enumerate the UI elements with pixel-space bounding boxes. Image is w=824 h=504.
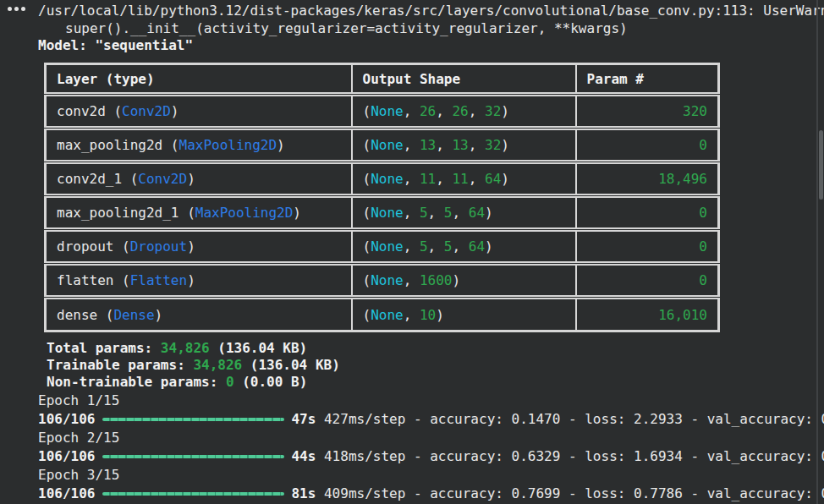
output-shape-cell: (None, 1600) — [352, 264, 576, 298]
batch-dim: None — [371, 238, 404, 255]
param-count-cell: 0 — [576, 264, 719, 298]
output-shape-cell: (None, 26, 26, 32) — [352, 95, 576, 129]
shape-dim: 10 — [420, 307, 436, 323]
layer-name: dense — [57, 307, 97, 323]
total-label: Total params: — [47, 340, 161, 356]
table-row: dropout (Dropout)(None, 5, 5, 64)0 — [46, 230, 719, 264]
total-value: 0 — [226, 374, 234, 390]
total-value: 34,826 — [193, 357, 242, 373]
notebook-output-area: /usr/local/lib/python3.12/dist-packages/… — [0, 0, 824, 504]
table-row: max_pooling2d_1 (MaxPooling2D)(None, 5, … — [46, 196, 719, 230]
epoch-time: 44s — [291, 447, 316, 466]
epoch-label: Epoch 2/15 — [38, 429, 824, 447]
shape-dim: 64 — [469, 205, 485, 221]
epoch-progress-line: 106/10681s 409ms/step - accuracy: 0.7699… — [38, 485, 824, 503]
layer-cell: conv2d_1 (Conv2D) — [46, 162, 352, 196]
col-header-output-shape: Output Shape — [352, 64, 576, 95]
shape-dim: 32 — [485, 137, 501, 153]
layer-cell: conv2d (Conv2D) — [46, 95, 352, 129]
model-summary-table: Layer (type) Output Shape Param # conv2d… — [44, 63, 720, 332]
batch-dim: None — [371, 307, 404, 323]
layer-name: max_pooling2d — [57, 137, 162, 153]
epoch-time: 81s — [291, 485, 316, 503]
param-count-cell: 0 — [576, 196, 719, 230]
epoch-progress-line: 106/10647s 427ms/step - accuracy: 0.1470… — [38, 410, 824, 429]
total-label: Trainable params: — [47, 357, 193, 373]
layer-class: MaxPooling2D — [195, 205, 294, 221]
output-shape-cell: (None, 10) — [352, 298, 576, 331]
epoch-metrics: 409ms/step - accuracy: 0.7699 - loss: 0.… — [316, 485, 824, 503]
layer-cell: max_pooling2d (MaxPooling2D) — [46, 129, 352, 162]
scrollbar-thumb[interactable] — [819, 130, 823, 200]
layer-name: dropout — [57, 238, 113, 255]
batch-dim: None — [371, 205, 404, 221]
params-totals: Total params: 34,826 (136.04 KB)Trainabl… — [47, 340, 340, 391]
param-count-cell: 18,496 — [576, 162, 719, 196]
layer-class: Conv2D — [138, 171, 187, 187]
params-total-line: Trainable params: 34,826 (136.04 KB) — [47, 357, 340, 374]
step-counter: 106/106 — [38, 447, 95, 466]
layer-cell: flatten (Flatten) — [46, 264, 352, 298]
table-row: conv2d_1 (Conv2D)(None, 11, 11, 64)18,49… — [46, 162, 719, 196]
shape-dim: 1600 — [420, 272, 453, 288]
layer-name: max_pooling2d_1 — [57, 205, 179, 221]
layer-cell: dense (Dense) — [46, 298, 352, 331]
total-label: Non-trainable params: — [47, 374, 226, 390]
total-size: (136.04 KB) — [210, 340, 308, 356]
progress-bar — [102, 492, 284, 496]
layer-class: Flatten — [130, 272, 187, 288]
shape-dim: 26 — [452, 103, 468, 119]
training-log: Epoch 1/15106/10647s 427ms/step - accura… — [38, 392, 824, 503]
total-value: 34,826 — [161, 340, 210, 356]
shape-dim: 64 — [469, 238, 485, 255]
progress-bar — [102, 455, 284, 458]
layer-name: flatten — [57, 272, 113, 288]
layer-cell: max_pooling2d_1 (MaxPooling2D) — [46, 196, 352, 230]
shape-dim: 13 — [420, 137, 436, 153]
epoch-time: 47s — [291, 410, 316, 429]
epoch-metrics: 418ms/step - accuracy: 0.6329 - loss: 1.… — [316, 447, 824, 466]
col-header-param-count: Param # — [576, 64, 719, 95]
layer-name: conv2d_1 — [57, 171, 122, 187]
output-shape-cell: (None, 5, 5, 64) — [352, 230, 576, 264]
output-shape-cell: (None, 13, 13, 32) — [352, 129, 576, 162]
epoch-label: Epoch 3/15 — [38, 466, 824, 485]
output-options-ellipsis-icon[interactable] — [8, 7, 25, 11]
warning-code-line: super().__init__(activity_regularizer=ac… — [65, 20, 628, 36]
epoch-metrics: 427ms/step - accuracy: 0.1470 - loss: 2.… — [316, 410, 824, 429]
table-row: dense (Dense)(None, 10)16,010 — [46, 298, 719, 331]
layer-class: Conv2D — [122, 103, 171, 119]
batch-dim: None — [371, 171, 404, 187]
param-count-cell: 0 — [576, 230, 719, 264]
step-counter: 106/106 — [38, 410, 95, 429]
ellipsis-dot — [14, 7, 19, 11]
param-count-cell: 16,010 — [576, 298, 719, 331]
shape-dim: 26 — [420, 103, 436, 119]
table-row: max_pooling2d (MaxPooling2D)(None, 13, 1… — [46, 129, 719, 162]
epoch-progress-line: 106/10644s 418ms/step - accuracy: 0.6329… — [38, 447, 824, 466]
step-counter: 106/106 — [38, 485, 95, 503]
layer-class: MaxPooling2D — [179, 137, 277, 153]
table-row: conv2d (Conv2D)(None, 26, 26, 32)320 — [46, 95, 719, 129]
total-size: (136.04 KB) — [242, 357, 340, 373]
ellipsis-dot — [8, 7, 12, 11]
batch-dim: None — [371, 137, 404, 153]
param-count-cell: 0 — [576, 129, 719, 162]
shape-dim: 5 — [420, 238, 428, 255]
col-header-layer-type: Layer (type) — [46, 64, 352, 95]
epoch-label: Epoch 1/15 — [38, 392, 824, 410]
shape-dim: 32 — [485, 103, 501, 119]
shape-dim: 11 — [452, 171, 468, 187]
table-header-row: Layer (type) Output Shape Param # — [46, 64, 719, 95]
layer-cell: dropout (Dropout) — [46, 230, 352, 264]
param-count-cell: 320 — [576, 95, 719, 129]
total-size: (0.00 B) — [234, 374, 308, 390]
shape-dim: 64 — [485, 171, 501, 187]
layer-class: Dropout — [130, 238, 187, 255]
params-total-line: Non-trainable params: 0 (0.00 B) — [47, 374, 340, 391]
output-right-divider — [816, 0, 818, 504]
layer-name: conv2d — [57, 103, 106, 119]
params-total-line: Total params: 34,826 (136.04 KB) — [47, 340, 340, 357]
ellipsis-dot — [21, 7, 25, 11]
shape-dim: 13 — [452, 137, 468, 153]
